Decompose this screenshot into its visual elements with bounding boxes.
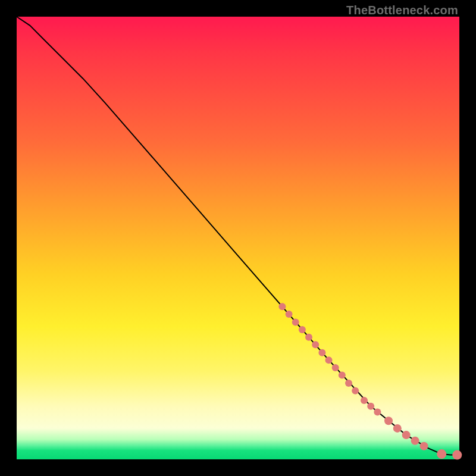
data-point [339, 372, 346, 379]
data-point [437, 449, 446, 459]
data-point [325, 356, 333, 364]
chart-svg [17, 17, 459, 459]
data-point [318, 349, 325, 356]
data-point [374, 408, 381, 415]
data-point [452, 450, 462, 460]
watermark-label: TheBottleneck.com [346, 4, 458, 17]
scatter-group [278, 303, 462, 459]
data-point [384, 416, 393, 425]
data-point [286, 311, 293, 318]
plot-area [17, 17, 459, 459]
data-point [402, 431, 411, 439]
data-point [312, 341, 319, 348]
chart-frame: TheBottleneck.com [0, 0, 476, 476]
data-point [299, 326, 306, 333]
data-point [367, 403, 374, 410]
data-point [332, 364, 339, 371]
curve-line [17, 17, 459, 455]
data-point [292, 318, 299, 325]
data-point [345, 380, 352, 387]
data-point [278, 303, 286, 310]
data-point [361, 397, 368, 404]
data-point [420, 442, 428, 450]
data-point [393, 424, 402, 433]
data-point [411, 437, 419, 445]
data-point [352, 387, 359, 394]
data-point [305, 334, 312, 341]
